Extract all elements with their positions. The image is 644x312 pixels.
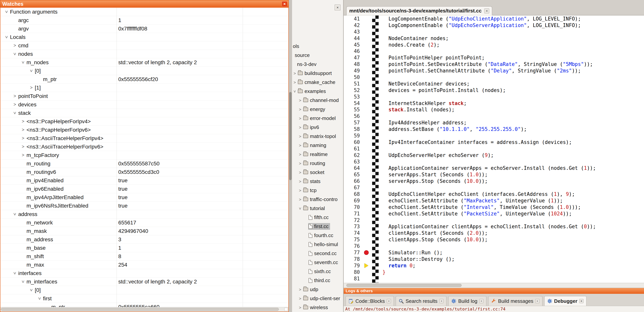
chevron-right-icon[interactable]: > <box>298 143 303 148</box>
tree-item-fifth-cc[interactable]: fifth.cc <box>292 213 343 222</box>
chevron-down-icon[interactable]: > <box>11 51 18 57</box>
marker-margin[interactable] <box>362 126 372 133</box>
line-number[interactable]: 73 <box>344 224 362 229</box>
watch-row-nodes[interactable]: >nodes <box>0 50 288 58</box>
tree-item-source[interactable]: source <box>292 51 343 60</box>
chevron-down-icon[interactable]: > <box>292 89 298 94</box>
code-text[interactable]: Ipv4InterfaceContainer interfaces = addr… <box>379 139 572 145</box>
chevron-down-icon[interactable]: > <box>36 296 43 301</box>
marker-margin[interactable] <box>362 100 372 107</box>
marker-margin[interactable] <box>362 113 372 119</box>
tree-item-second-cc[interactable]: second.cc <box>292 249 343 258</box>
line-number[interactable]: 62 <box>344 152 362 158</box>
tree-item-examples[interactable]: >examples <box>292 87 343 96</box>
close-icon[interactable]: × <box>387 299 391 303</box>
scrollbar-thumb[interactable] <box>346 284 462 287</box>
code-text[interactable]: LogComponentEnable ("UdpEchoClientApplic… <box>379 16 581 22</box>
marker-margin[interactable] <box>362 236 372 243</box>
line-number[interactable]: 42 <box>344 22 362 28</box>
marker-margin[interactable] <box>362 204 372 210</box>
code-text[interactable]: echoClient.SetAttribute ("PacketSize", U… <box>379 211 572 217</box>
logs-tab-debugger[interactable]: Debugger× <box>544 296 586 306</box>
code-text[interactable]: ApplicationContainer serverApps = echoSe… <box>379 165 596 171</box>
code-text[interactable]: LogComponentEnable ("UdpEchoServerApplic… <box>379 22 581 28</box>
watch-row-interfaces[interactable]: >interfaces <box>0 269 288 278</box>
tree-item-hello-simul[interactable]: hello-simul <box>292 240 343 249</box>
line-number[interactable]: 43 <box>344 29 362 35</box>
line-number[interactable]: 59 <box>344 133 362 139</box>
resize-grip[interactable] <box>284 308 288 311</box>
line-number[interactable]: 51 <box>344 81 362 87</box>
line-number[interactable]: 63 <box>344 159 362 165</box>
line-number[interactable]: 79 <box>344 263 362 269</box>
marker-margin[interactable] <box>362 35 372 42</box>
line-number[interactable]: 53 <box>344 94 362 100</box>
watch-row-m-mask[interactable]: m_mask4294967040 <box>0 227 288 235</box>
tree-item-naming[interactable]: >naming <box>292 141 343 150</box>
marker-margin[interactable] <box>362 217 372 223</box>
tree-item-sixth-cc[interactable]: sixth.cc <box>292 267 343 276</box>
tree-item-third-cc[interactable]: third.cc <box>292 276 343 285</box>
logs-caption[interactable]: Logs & others <box>344 288 644 294</box>
watch-row-m-tcpfactory[interactable]: >m_tcpFactory <box>0 151 288 159</box>
marker-margin[interactable] <box>362 42 372 48</box>
line-number[interactable]: 61 <box>344 146 362 152</box>
watch-row-m-routingv6[interactable]: m_routingv60x5555555cd3c0 <box>0 168 288 176</box>
marker-margin[interactable] <box>362 67 372 74</box>
marker-margin[interactable] <box>362 178 372 184</box>
chevron-down-icon[interactable]: > <box>20 279 26 284</box>
marker-margin[interactable] <box>362 80 372 87</box>
tree-item-stats[interactable]: >stats <box>292 177 343 186</box>
code-text[interactable]: NodeContainer nodes; <box>379 35 448 41</box>
watch-row-m-shift[interactable]: m_shift8 <box>0 252 288 261</box>
watch-row-argc[interactable]: argc1 <box>0 16 288 24</box>
watch-row-ns3-pcaphelperforipv6[interactable]: ><ns3::PcapHelperForIpv6> <box>0 126 288 134</box>
marker-margin[interactable] <box>362 61 372 67</box>
editor-body[interactable]: 41 LogComponentEnable ("UdpEchoClientApp… <box>344 15 644 283</box>
tree-item-channel-mod[interactable]: >channel-mod <box>292 96 343 105</box>
watch-row-stack[interactable]: >stack <box>0 109 288 117</box>
logs-tab-code-blocks[interactable]: Code::Blocks× <box>346 296 394 306</box>
chevron-right-icon[interactable]: > <box>298 188 303 193</box>
line-number[interactable]: 74 <box>344 230 362 236</box>
marker-margin[interactable] <box>362 275 372 282</box>
code-text[interactable]: stack.Install (nodes); <box>379 107 455 113</box>
line-number[interactable]: 65 <box>344 172 362 177</box>
watch-row-ns3-pcaphelperforipv4[interactable]: ><ns3::PcapHelperForIpv4> <box>0 117 288 126</box>
line-number[interactable]: 68 <box>344 191 362 197</box>
code-text[interactable]: pointToPoint.SetDeviceAttribute ("DataRa… <box>379 61 593 67</box>
chevron-right-icon[interactable]: > <box>28 85 35 90</box>
marker-margin[interactable] <box>362 94 372 100</box>
chevron-right-icon[interactable]: > <box>20 119 26 124</box>
marker-margin[interactable] <box>362 146 372 152</box>
chevron-right-icon[interactable]: > <box>298 170 303 175</box>
line-number[interactable]: 56 <box>344 113 362 119</box>
tree-item-first-cc[interactable]: first.cc <box>292 222 343 231</box>
marker-margin[interactable] <box>362 119 372 126</box>
logs-tab-build-log[interactable]: Build log× <box>448 296 486 306</box>
marker-margin[interactable] <box>362 87 372 94</box>
line-number[interactable]: 50 <box>344 74 362 80</box>
tree-item-realtime[interactable]: >realtime <box>292 150 343 159</box>
marker-margin[interactable] <box>362 133 372 139</box>
tree-item-socket[interactable]: >socket <box>292 168 343 177</box>
chevron-down-icon[interactable]: > <box>3 9 10 14</box>
chevron-right-icon[interactable]: > <box>20 127 26 133</box>
breakpoint-margin[interactable] <box>362 249 372 256</box>
watch-row-address[interactable]: >address <box>0 210 288 218</box>
watch-row-m-ptr[interactable]: m_ptr0x5555555ca660 <box>0 303 288 307</box>
chevron-right-icon[interactable]: > <box>298 296 303 301</box>
watch-row-function-arguments[interactable]: >Function arguments <box>0 8 288 16</box>
marker-margin[interactable] <box>362 139 372 146</box>
tree-item-energy[interactable]: >energy <box>292 105 343 114</box>
tab-close-icon[interactable]: × <box>484 8 489 13</box>
column-divider[interactable] <box>243 8 243 307</box>
line-number[interactable]: 48 <box>344 61 362 67</box>
tree-item-tcp[interactable]: >tcp <box>292 186 343 195</box>
line-number[interactable]: 49 <box>344 68 362 74</box>
chevron-right-icon[interactable]: > <box>11 102 18 107</box>
chevron-down-icon[interactable]: > <box>11 212 18 217</box>
chevron-down-icon[interactable]: > <box>298 206 303 211</box>
marker-margin[interactable] <box>362 74 372 80</box>
watch-row-m-ipv4arpjitterenabled[interactable]: m_ipv4ArpJitterEnabledtrue <box>0 193 288 202</box>
